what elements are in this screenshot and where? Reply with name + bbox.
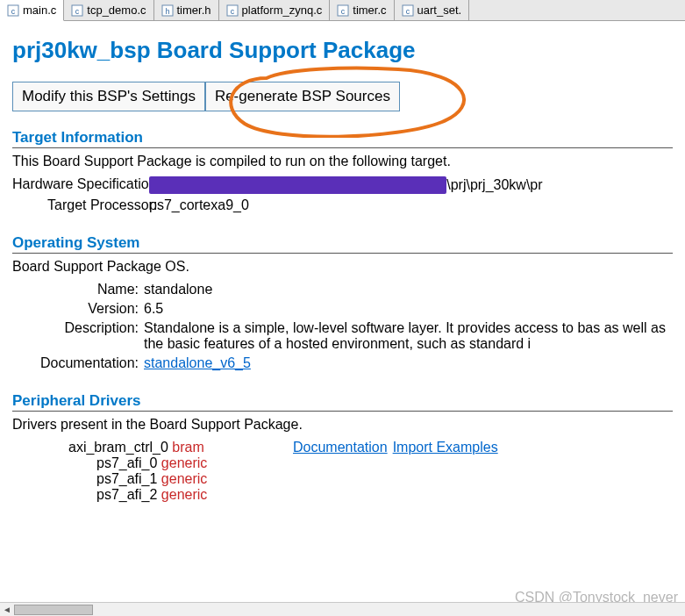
driver-name: axi_bram_ctrl_0 bram — [12, 440, 293, 455]
tab-label: uart_set. — [417, 4, 462, 17]
hw-spec-tail: \prj\prj_30kw\pr — [446, 177, 542, 192]
driver-links: Documentation Import Examples — [293, 440, 498, 455]
tab-tcp-demo-c[interactable]: c tcp_demo.c — [64, 0, 153, 20]
os-table: Name: standalone Version: 6.5 Descriptio… — [12, 282, 673, 371]
driver-type: generic — [161, 487, 207, 502]
driver-row: ps7_afi_0 generic — [12, 455, 673, 471]
target-info-intro: This Board Support Package is compiled t… — [12, 154, 673, 169]
driver-row: ps7_afi_1 generic — [12, 471, 673, 487]
driver-import-examples-link[interactable]: Import Examples — [393, 440, 498, 455]
hw-spec-value: C:\Users\Tony\D\work\program\FPGA\30kw_p… — [149, 176, 673, 194]
os-desc-value: Standalone is a simple, low-level softwa… — [144, 320, 673, 352]
c-file-icon: c — [402, 4, 414, 17]
tab-platform-zynq-c[interactable]: c platform_zynq.c — [219, 0, 331, 20]
scroll-thumb[interactable] — [14, 605, 93, 615]
os-desc-label: Description: — [12, 320, 139, 352]
svg-text:c: c — [75, 7, 80, 16]
tab-label: tcp_demo.c — [87, 4, 146, 17]
os-intro: Board Support Package OS. — [12, 259, 673, 275]
tab-main-c[interactable]: c main.c — [0, 0, 64, 21]
scroll-left-arrow-icon[interactable]: ◄ — [0, 603, 14, 617]
modify-bsp-settings-button[interactable]: Modify this BSP's Settings — [12, 82, 205, 111]
driver-name: ps7_afi_0 generic — [12, 455, 293, 471]
os-doc-label: Documentation: — [12, 355, 139, 371]
os-doc-link[interactable]: standalone_v6_5 — [144, 355, 251, 370]
driver-row: ps7_afi_2 generic — [12, 487, 673, 503]
os-version-label: Version: — [12, 301, 139, 317]
action-button-row: Modify this BSP's Settings Re-generate B… — [12, 82, 673, 111]
target-info-heading: Target Information — [12, 129, 673, 148]
drivers-heading: Peripheral Drivers — [12, 392, 673, 412]
os-name-value: standalone — [144, 282, 673, 297]
svg-text:h: h — [165, 7, 169, 16]
os-heading: Operating System — [12, 234, 673, 254]
os-version-value: 6.5 — [144, 301, 673, 317]
tab-label: timer.h — [177, 4, 211, 17]
driver-type: generic — [161, 455, 207, 470]
tab-label: platform_zynq.c — [242, 4, 323, 17]
tab-timer-h[interactable]: h timer.h — [154, 0, 219, 20]
editor-tabs: c main.c c tcp_demo.c h timer.h c platfo… — [0, 0, 685, 21]
tab-label: main.c — [23, 4, 56, 17]
regenerate-bsp-sources-button[interactable]: Re-generate BSP Sources — [205, 82, 400, 111]
os-name-label: Name: — [12, 282, 139, 297]
driver-name: ps7_afi_1 generic — [12, 471, 293, 487]
svg-text:c: c — [11, 7, 16, 16]
c-file-icon: c — [7, 4, 19, 17]
svg-text:c: c — [341, 7, 346, 16]
driver-name: ps7_afi_2 generic — [12, 487, 293, 503]
target-processor-label: Target Processor: — [12, 197, 144, 213]
driver-row: axi_bram_ctrl_0 bram Documentation Impor… — [12, 440, 673, 455]
scroll-track[interactable] — [14, 603, 685, 616]
tab-label: timer.c — [353, 4, 386, 17]
c-file-icon: c — [71, 4, 83, 17]
redacted-path-highlight: C:\Users\Tony\D\work\program\FPGA\30kw_p… — [149, 176, 446, 194]
h-file-icon: h — [161, 4, 174, 17]
svg-text:c: c — [230, 7, 234, 16]
drivers-table: axi_bram_ctrl_0 bram Documentation Impor… — [12, 440, 673, 503]
c-file-icon: c — [226, 4, 239, 17]
tab-uart-set[interactable]: c uart_set. — [395, 0, 470, 20]
target-info-table: Hardware Specification: C:\Users\Tony\D\… — [12, 176, 673, 213]
driver-type: generic — [161, 471, 207, 486]
c-file-icon: c — [337, 4, 349, 17]
svg-text:c: c — [405, 7, 410, 16]
horizontal-scrollbar[interactable]: ◄ — [0, 602, 685, 616]
hw-spec-label: Hardware Specification: — [12, 176, 144, 194]
driver-documentation-link[interactable]: Documentation — [293, 440, 388, 455]
drivers-intro: Drivers present in the Board Support Pac… — [12, 417, 673, 433]
target-processor-value: ps7_cortexa9_0 — [149, 197, 673, 213]
page-title: prj30kw_bsp Board Support Package — [12, 37, 673, 64]
bsp-page-content: prj30kw_bsp Board Support Package Modify… — [0, 37, 685, 503]
tab-timer-c[interactable]: c timer.c — [330, 0, 394, 20]
driver-type: bram — [172, 440, 203, 455]
